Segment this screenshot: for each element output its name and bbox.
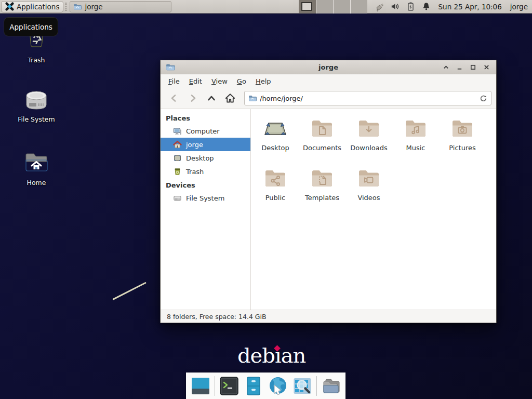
side-pane: Places Computer (161, 109, 251, 310)
panel-separator-handle[interactable] (65, 3, 68, 11)
window-body: Places Computer (161, 109, 496, 310)
power-plug-icon[interactable] (375, 2, 384, 11)
show-desktop-icon[interactable] (190, 376, 211, 396)
forward-button[interactable] (184, 90, 202, 106)
status-text: 8 folders, Free space: 14.4 GiB (167, 313, 267, 321)
sidebar-item-label: jorge (186, 141, 203, 149)
desktop-icon (173, 154, 182, 163)
path-bar[interactable] (244, 91, 491, 105)
applications-menu-button[interactable]: Applications (1, 1, 63, 12)
sidebar-item-desktop[interactable]: Desktop (161, 151, 250, 165)
file-item-downloads[interactable]: Downloads (345, 116, 392, 160)
file-item-documents[interactable]: Documents (299, 116, 345, 160)
sidebar-item-trash[interactable]: Trash (161, 165, 250, 178)
shade-button[interactable] (442, 63, 450, 72)
web-browser-launcher-icon[interactable] (268, 376, 288, 396)
desktop-place-icon (263, 116, 288, 141)
window-titlebar[interactable]: jorge (161, 60, 496, 74)
file-item-label: Templates (305, 194, 339, 202)
trash-small-icon (173, 167, 182, 176)
workspace-4[interactable] (350, 0, 367, 14)
menu-file[interactable]: File (164, 75, 184, 87)
back-button[interactable] (165, 90, 183, 106)
status-bar: 8 folders, Free space: 14.4 GiB (161, 310, 496, 323)
top-panel: Applications jorge (0, 0, 532, 14)
file-manager-window: jorge File Edit View Go Help (160, 60, 497, 323)
templates-folder-icon (310, 166, 335, 191)
terminal-launcher-icon[interactable] (219, 376, 240, 396)
file-item-music[interactable]: Music (392, 116, 439, 160)
battery-charging-icon[interactable] (406, 2, 416, 11)
debian-wordmark: debian (237, 344, 305, 368)
file-item-videos[interactable]: Videos (345, 166, 392, 210)
home-icon (173, 140, 182, 149)
sidebar-item-label: Trash (186, 168, 204, 176)
pictures-folder-icon (450, 116, 475, 141)
file-grid: Desktop Documents (252, 116, 487, 216)
task-folder-icon (73, 3, 82, 11)
desktop-icon-home[interactable]: Home (15, 151, 58, 187)
desktop-icon-label: File System (15, 115, 58, 123)
home-button[interactable] (221, 90, 239, 106)
taskbar-window-label: jorge (85, 3, 102, 11)
file-item-public[interactable]: Public (252, 166, 299, 210)
menu-view[interactable]: View (207, 75, 232, 87)
desktop-icon-label: Home (15, 179, 58, 187)
file-item-label: Music (406, 144, 425, 152)
desktop-icon-file-system[interactable]: File System (15, 87, 58, 123)
directory-menu-icon[interactable] (321, 376, 341, 396)
public-folder-icon (263, 166, 288, 191)
devices-header: Devices (161, 178, 250, 191)
applications-menu-label: Applications (17, 3, 59, 11)
applications-tooltip: Applications (4, 17, 58, 36)
maximize-button[interactable] (469, 63, 477, 72)
sidebar-item-jorge[interactable]: jorge (161, 138, 250, 151)
music-folder-icon (403, 116, 428, 141)
menu-edit[interactable]: Edit (184, 75, 207, 87)
file-view[interactable]: Desktop Documents (251, 109, 496, 310)
workspace-switcher (299, 0, 367, 14)
file-item-templates[interactable]: Templates (299, 166, 345, 210)
file-item-desktop[interactable]: Desktop (252, 116, 299, 160)
workspace-1[interactable] (299, 0, 316, 14)
file-item-pictures[interactable]: Pictures (439, 116, 486, 160)
file-item-label: Documents (303, 144, 341, 152)
volume-icon[interactable] (390, 2, 400, 11)
taskbar-window-button[interactable]: jorge (70, 1, 171, 12)
minimize-button[interactable] (455, 63, 464, 72)
workspace-3[interactable] (333, 0, 350, 14)
file-item-label: Downloads (350, 144, 387, 152)
wallpaper-scratch-line (112, 282, 147, 300)
sidebar-item-label: Desktop (186, 154, 214, 162)
reload-icon[interactable] (480, 95, 487, 102)
menu-help[interactable]: Help (251, 75, 276, 87)
toolbar (161, 88, 496, 109)
sidebar-item-file-system[interactable]: File System (161, 191, 250, 205)
workspace-2[interactable] (316, 0, 333, 14)
menu-bar: File Edit View Go Help (161, 74, 496, 88)
debian-wordmark-text: deb (237, 344, 275, 368)
menu-go[interactable]: Go (232, 75, 251, 87)
bottom-dock (186, 373, 345, 399)
dock-separator (215, 376, 215, 396)
drive-icon (173, 194, 182, 203)
panel-username[interactable]: jorge (510, 3, 528, 11)
file-item-label: Public (265, 194, 285, 202)
panel-clock[interactable]: Sun 25 Apr, 10:06 (438, 3, 502, 11)
file-item-label: Videos (357, 194, 380, 202)
app-finder-launcher-icon[interactable] (292, 376, 313, 396)
computer-icon (173, 127, 182, 136)
path-folder-icon (248, 94, 257, 102)
file-manager-launcher-icon[interactable] (243, 376, 264, 396)
places-header: Places (161, 111, 250, 124)
up-button[interactable] (203, 90, 220, 106)
sidebar-item-computer[interactable]: Computer (161, 124, 250, 138)
desktop-icon-label: Trash (15, 56, 58, 64)
file-item-label: Pictures (449, 144, 475, 152)
xfce-logo-icon (5, 2, 14, 11)
notifications-bell-icon[interactable] (421, 2, 431, 11)
tooltip-text: Applications (9, 23, 52, 31)
home-folder-icon (22, 151, 50, 177)
close-button[interactable] (482, 63, 491, 72)
path-entry[interactable] (260, 95, 476, 102)
